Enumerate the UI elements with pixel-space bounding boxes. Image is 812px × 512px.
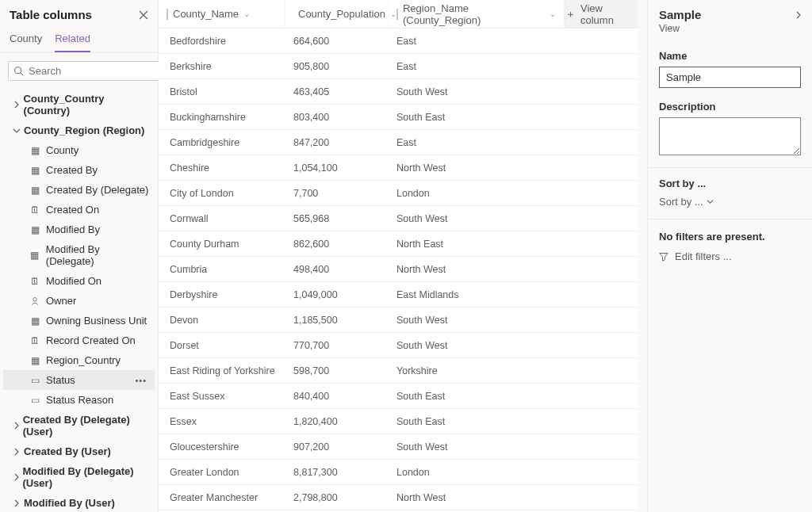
cell-population: 907,200 (285, 441, 389, 453)
chevron-down-icon (13, 127, 24, 135)
calendar-icon: 🗓 (29, 204, 41, 216)
tree-item-created-by-delegate[interactable]: ▦Created By (Delegate) (3, 180, 155, 200)
cell-population: 664,600 (285, 36, 389, 47)
tree-group-created-by-delegate-user[interactable]: Created By (Delegate) (User) (3, 410, 155, 441)
tree-item-created-by[interactable]: ▦Created By (3, 160, 155, 180)
cell-region: South West (389, 441, 565, 453)
column-tree: County_Country (Country) County_Region (… (0, 89, 158, 512)
tree-item-owning-business-unit[interactable]: ▦Owning Business Unit (3, 311, 155, 331)
cell-population: 1,054,100 (285, 162, 389, 174)
cell-name: Greater London (159, 467, 285, 478)
option-icon: ▭ (29, 375, 41, 386)
chevron-right-icon[interactable] (795, 11, 802, 19)
table-row[interactable]: Buckinghamshire803,400South East (159, 105, 638, 130)
cell-name: Greater Manchester (159, 492, 285, 503)
cell-region: South East (389, 112, 565, 123)
search-field[interactable] (29, 65, 162, 77)
table-row[interactable]: County Durham862,600North East (159, 231, 638, 257)
cell-region: South West (389, 340, 565, 351)
cell-population: 905,800 (285, 61, 389, 72)
tree-group-created-by-user[interactable]: Created By (User) (3, 441, 155, 461)
column-icon: ▦ (29, 355, 41, 366)
tree-item-owner[interactable]: Owner (3, 291, 155, 311)
table-row[interactable]: Cumbria498,400North West (159, 257, 638, 282)
cell-region: London (389, 467, 565, 478)
grid-body[interactable]: Bedfordshire664,600EastBerkshire905,800E… (159, 29, 638, 512)
tree-item-status-reason[interactable]: ▭Status Reason (3, 390, 155, 410)
table-row[interactable]: Berkshire905,800East (159, 54, 638, 79)
table-row[interactable]: Cambridgeshire847,200East (159, 130, 638, 155)
cell-name: Gloucestershire (159, 441, 285, 453)
svg-point-0 (15, 67, 21, 74)
column-header-region[interactable]: Region_Name (County_Region)⌄ (389, 0, 565, 28)
cell-population: 498,400 (285, 264, 389, 275)
cell-population: 7,700 (285, 188, 389, 199)
cell-population: 1,820,400 (285, 416, 389, 427)
cell-region: East (389, 137, 565, 148)
tree-item-modified-by[interactable]: ▦Modified By (3, 220, 155, 239)
tree-item-county[interactable]: ▦County (3, 140, 155, 160)
name-input[interactable] (659, 67, 801, 88)
tree-group-modified-by-delegate-user[interactable]: Modified By (Delegate) (User) (3, 461, 155, 493)
cell-population: 840,400 (285, 391, 389, 402)
cell-region: East (389, 61, 565, 72)
more-icon[interactable]: ••• (135, 376, 147, 385)
table-row[interactable]: Greater London8,817,300London (159, 460, 638, 485)
search-icon (13, 66, 24, 76)
cell-population: 1,049,000 (285, 289, 389, 300)
close-icon[interactable] (139, 10, 148, 20)
sortby-label: Sort by ... (659, 178, 801, 189)
plus-icon: ＋ (565, 7, 576, 21)
svg-point-2 (33, 297, 37, 301)
tree-group-country[interactable]: County_Country (Country) (3, 89, 155, 120)
cell-name: Bedfordshire (159, 36, 285, 47)
tree-item-modified-by-delegate[interactable]: ▦Modified By (Delegate) (3, 239, 155, 271)
table-row[interactable]: City of London7,700London (159, 181, 638, 206)
tree-item-created-on[interactable]: 🗓Created On (3, 200, 155, 220)
column-header-name[interactable]: County_Name⌄ (159, 0, 285, 28)
cell-name: Devon (159, 315, 285, 326)
tree-group-region[interactable]: County_Region (Region) (3, 120, 155, 140)
grid-scrollbar-track[interactable] (638, 0, 647, 512)
sortby-dropdown[interactable]: Sort by ... (659, 194, 801, 209)
cell-population: 8,817,300 (285, 467, 389, 478)
column-icon: ▦ (29, 145, 41, 156)
tree-group-modified-by-user[interactable]: Modified By (User) (3, 493, 155, 512)
tab-related[interactable]: Related (55, 29, 90, 52)
cell-population: 598,700 (285, 365, 389, 376)
panel-subtitle: View (648, 23, 812, 44)
cell-population: 565,968 (285, 213, 389, 224)
table-row[interactable]: Greater Manchester2,798,800North West (159, 485, 638, 510)
cell-region: Yorkshire (389, 365, 565, 376)
table-row[interactable]: Bristol463,405South West (159, 79, 638, 105)
cell-name: County Durham (159, 239, 285, 250)
table-row[interactable]: Derbyshire1,049,000East Midlands (159, 282, 638, 308)
table-row[interactable]: Gloucestershire907,200South West (159, 434, 638, 460)
table-row[interactable]: East Riding of Yorkshire598,700Yorkshire (159, 358, 638, 384)
cell-name: East Riding of Yorkshire (159, 365, 285, 376)
table-row[interactable]: Cheshire1,054,100North West (159, 155, 638, 181)
table-row[interactable]: Devon1,185,500South West (159, 308, 638, 333)
properties-panel: Sample View Name Description Sort by ...… (647, 0, 812, 512)
table-row[interactable]: Essex1,820,400South East (159, 409, 638, 434)
view-column-button[interactable]: ＋ View column (565, 0, 638, 28)
column-header-population[interactable]: County_Population⌄ (285, 0, 389, 28)
table-row[interactable]: Bedfordshire664,600East (159, 29, 638, 54)
tree-item-status[interactable]: ▭Status••• (3, 370, 155, 390)
table-columns-sidebar: Table columns County Related (0, 0, 159, 512)
cell-region: South West (389, 213, 565, 224)
tree-item-modified-on[interactable]: 🗓Modified On (3, 271, 155, 291)
tree-item-region-country[interactable]: ▦Region_Country (3, 350, 155, 370)
search-input[interactable] (8, 61, 167, 81)
cell-region: East (389, 36, 565, 47)
table-row[interactable]: East Sussex840,400South East (159, 384, 638, 409)
cell-name: Dorset (159, 340, 285, 351)
edit-filters-button[interactable]: Edit filters ... (648, 247, 812, 266)
table-row[interactable]: Cornwall565,968South West (159, 206, 638, 231)
description-input[interactable] (659, 117, 801, 155)
cell-name: City of London (159, 188, 285, 199)
tab-county[interactable]: County (10, 29, 42, 52)
tree-item-record-created-on[interactable]: 🗓Record Created On (3, 331, 155, 350)
cell-name: Bristol (159, 86, 285, 97)
table-row[interactable]: Dorset770,700South West (159, 333, 638, 358)
